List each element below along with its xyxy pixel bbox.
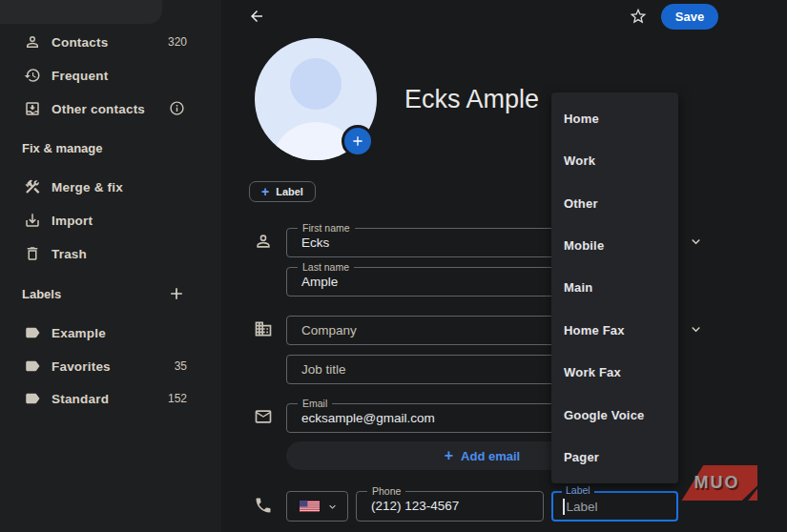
person-icon [24, 33, 41, 51]
last-name-value: Ample [301, 268, 338, 296]
muo-watermark: MUO [680, 465, 757, 501]
contact-name: Ecks Ample [404, 84, 539, 114]
dropdown-item-home-fax[interactable]: Home Fax [551, 309, 678, 351]
country-code-selector[interactable] [286, 491, 348, 522]
back-icon[interactable] [248, 8, 265, 25]
sidebar-item-contacts[interactable]: Contacts 320 [0, 26, 221, 58]
plus-icon: + [445, 448, 453, 463]
job-title-placeholder: Job title [301, 356, 346, 383]
us-flag-icon [300, 501, 320, 512]
company-icon [254, 319, 273, 338]
sidebar-item-label: Other contacts [52, 102, 145, 116]
dropdown-item-google-voice[interactable]: Google Voice [551, 394, 678, 436]
email-value: ecksample@gmail.com [301, 404, 435, 432]
sidebar-item-label: Favorites [52, 359, 111, 374]
label-field-placeholder: Label [563, 498, 598, 515]
sidebar-item-other-contacts[interactable]: Other contacts [0, 92, 221, 125]
avatar-head [290, 58, 342, 110]
dropdown-item-work-fax[interactable]: Work Fax [551, 352, 678, 394]
expand-name-chevron-down-icon[interactable] [688, 234, 704, 250]
star-icon[interactable] [629, 7, 648, 26]
chevron-down-icon [326, 501, 339, 513]
sidebar-item-merge-fix[interactable]: Merge & fix [0, 171, 221, 203]
info-icon[interactable] [169, 100, 185, 116]
sidebar-item-label: Standard [52, 392, 109, 406]
email-icon [254, 407, 273, 426]
inbox-icon [24, 100, 41, 117]
labels-header: Labels [22, 287, 61, 301]
plus-icon: + [261, 185, 269, 198]
add-label-button[interactable] [167, 284, 186, 303]
label-icon [24, 390, 41, 407]
sidebar-item-count: 152 [168, 392, 187, 405]
save-button[interactable]: Save [661, 4, 718, 30]
phone-label-dropdown: Home Work Other Mobile Main Home Fax Wor… [551, 92, 678, 483]
first-name-value: Ecks [301, 229, 329, 256]
sidebar-item-count: 320 [168, 35, 187, 49]
search-bar-remnant [0, 0, 162, 24]
label-icon [24, 324, 41, 341]
dropdown-item-mobile[interactable]: Mobile [551, 224, 678, 266]
sidebar-item-label: Example [52, 326, 106, 340]
sidebar-item-label: Merge & fix [52, 180, 123, 194]
sidebar-item-label: Contacts [52, 35, 108, 50]
import-icon [24, 212, 41, 229]
company-placeholder: Company [301, 317, 357, 344]
add-label-chip[interactable]: + Label [249, 181, 316, 202]
sidebar-item-label: Frequent [52, 69, 108, 83]
plus-icon [350, 133, 365, 149]
sidebar-item-import[interactable]: Import [0, 204, 221, 236]
label-chip-text: Label [276, 186, 303, 197]
fix-manage-header: Fix & manage [22, 141, 103, 155]
expand-company-chevron-down-icon[interactable] [688, 321, 704, 338]
phone-value: (212) 123-4567 [371, 492, 459, 521]
sidebar-label-example[interactable]: Example [0, 317, 221, 349]
trash-icon [24, 245, 41, 262]
dropdown-item-other[interactable]: Other [551, 182, 678, 224]
dropdown-item-work[interactable]: Work [551, 139, 678, 181]
add-email-label: Add email [461, 449, 520, 463]
add-photo-button[interactable] [342, 125, 374, 157]
sidebar-item-label: Trash [52, 247, 87, 261]
phone-field[interactable]: Phone (212) 123-4567 [356, 491, 544, 522]
text-cursor [563, 499, 565, 515]
dropdown-item-home[interactable]: Home [551, 97, 678, 139]
sidebar-item-frequent[interactable]: Frequent [0, 59, 221, 92]
dropdown-item-pager[interactable]: Pager [551, 437, 678, 479]
person-icon [254, 232, 273, 251]
sidebar-item-label: Import [52, 214, 93, 228]
dropdown-item-main[interactable]: Main [551, 267, 678, 309]
sidebar-label-standard[interactable]: Standard 152 [0, 382, 221, 415]
history-icon [24, 67, 41, 84]
phone-label-field[interactable]: Label Label [551, 491, 678, 522]
label-icon [24, 358, 41, 375]
muo-logo-text: MUO [680, 473, 754, 493]
label-field-label: Label [562, 485, 594, 496]
sidebar: Contacts 320 Frequent Other contacts Fix… [0, 0, 221, 532]
tools-icon [24, 178, 41, 195]
sidebar-item-count: 35 [175, 359, 187, 373]
label-placeholder-text: Label [567, 500, 598, 514]
sidebar-item-trash[interactable]: Trash [0, 237, 221, 270]
sidebar-label-favorites[interactable]: Favorites 35 [0, 350, 221, 382]
phone-icon [254, 496, 273, 515]
